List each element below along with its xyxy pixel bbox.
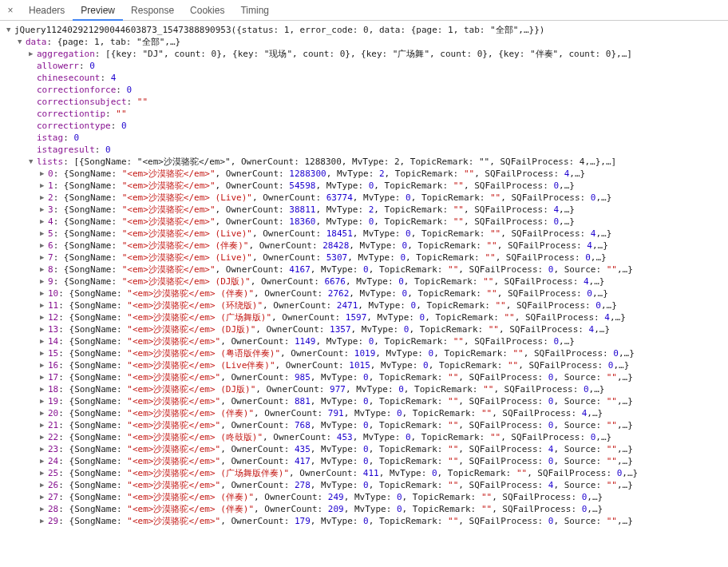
expand-icon[interactable]	[6, 24, 14, 36]
list-index: 7	[48, 252, 53, 263]
list-item[interactable]: 10: {SongName: "<em>沙漠骆驼</em> (伴奏)", Own…	[6, 287, 728, 299]
list-item[interactable]: 17: {SongName: "<em>沙漠骆驼</em>", OwnerCou…	[6, 371, 728, 383]
key-data: data	[26, 37, 47, 47]
expand-icon[interactable]	[40, 383, 48, 395]
expand-icon[interactable]	[40, 467, 48, 479]
expand-icon[interactable]	[40, 287, 48, 299]
expand-icon[interactable]	[40, 359, 48, 371]
expand-icon[interactable]	[40, 240, 48, 252]
expand-icon[interactable]	[40, 192, 48, 204]
expand-icon[interactable]	[40, 395, 48, 407]
list-index: 12	[48, 312, 58, 323]
tab-cookies[interactable]: Cookies	[182, 0, 232, 21]
list-item[interactable]: 18: {SongName: "<em>沙漠骆驼</em> (DJ版)", Ow…	[6, 383, 728, 395]
expand-icon[interactable]	[40, 479, 48, 491]
list-item[interactable]: 13: {SongName: "<em>沙漠骆驼</em> (DJ版)", Ow…	[6, 323, 728, 335]
list-item[interactable]: 1: {SongName: "<em>沙漠骆驼</em>", OwnerCoun…	[6, 180, 728, 192]
key-istag: istag	[37, 133, 63, 143]
expand-icon[interactable]	[40, 276, 48, 287]
expand-icon[interactable]	[40, 228, 48, 240]
devtools-tabs: × Headers Preview Response Cookies Timin…	[0, 0, 728, 21]
list-item[interactable]: 4: {SongName: "<em>沙漠骆驼</em>", OwnerCoun…	[6, 216, 728, 228]
list-item[interactable]: 24: {SongName: "<em>沙漠骆驼</em>", OwnerCou…	[6, 455, 728, 467]
expand-icon[interactable]	[40, 443, 48, 455]
tree-leaf-correctionforce[interactable]: correctionforce: 0	[6, 84, 728, 96]
list-index: 26	[48, 480, 58, 490]
tree-leaf-correctiontype[interactable]: correctiontype: 0	[6, 120, 728, 132]
list-index: 29	[48, 516, 58, 526]
tree-leaf-istagresult[interactable]: istagresult: 0	[6, 144, 728, 156]
list-item[interactable]: 0: {SongName: "<em>沙漠骆驼</em>", OwnerCoun…	[6, 168, 728, 180]
list-item[interactable]: 15: {SongName: "<em>沙漠骆驼</em> (粤语版伴奏)", …	[6, 347, 728, 359]
list-item[interactable]: 8: {SongName: "<em>沙漠骆驼</em>", OwnerCoun…	[6, 264, 728, 276]
list-item[interactable]: 19: {SongName: "<em>沙漠骆驼</em>", OwnerCou…	[6, 395, 728, 407]
expand-icon[interactable]	[40, 216, 48, 228]
list-item[interactable]: 16: {SongName: "<em>沙漠骆驼</em> (Live伴奏)",…	[6, 359, 728, 371]
lists-summary: [{SongName: "<em>沙漠骆驼</em>", OwnerCount:…	[73, 157, 616, 167]
list-index: 27	[48, 492, 58, 502]
tree-leaf-chinesecount[interactable]: chinesecount: 4	[6, 72, 728, 84]
list-index: 8	[48, 264, 53, 275]
tab-response[interactable]: Response	[123, 0, 182, 21]
list-item[interactable]: 26: {SongName: "<em>沙漠骆驼</em>", OwnerCou…	[6, 479, 728, 491]
tree-leaf-correctionsubject[interactable]: correctionsubject: ""	[6, 96, 728, 108]
list-item[interactable]: 2: {SongName: "<em>沙漠骆驼</em> (Live)", Ow…	[6, 192, 728, 204]
list-item[interactable]: 22: {SongName: "<em>沙漠骆驼</em> (咚鼓版)", Ow…	[6, 431, 728, 443]
expand-icon[interactable]	[40, 371, 48, 383]
expand-icon[interactable]	[29, 48, 37, 60]
expand-icon[interactable]	[40, 515, 48, 527]
tab-headers[interactable]: Headers	[21, 0, 73, 21]
tree-leaf-istag[interactable]: istag: 0	[6, 132, 728, 144]
expand-icon[interactable]	[29, 156, 37, 168]
value-correctionforce: 0	[127, 85, 133, 95]
list-item[interactable]: 6: {SongName: "<em>沙漠骆驼</em> (伴奏)", Owne…	[6, 240, 728, 252]
expand-icon[interactable]	[40, 180, 48, 192]
expand-icon[interactable]	[40, 323, 48, 335]
list-item[interactable]: 7: {SongName: "<em>沙漠骆驼</em> (Live)", Ow…	[6, 252, 728, 264]
list-item[interactable]: 28: {SongName: "<em>沙漠骆驼</em> (伴奏)", Own…	[6, 503, 728, 515]
expand-icon[interactable]	[40, 419, 48, 431]
list-item[interactable]: 9: {SongName: "<em>沙漠骆驼</em> (DJ版)", Own…	[6, 276, 728, 287]
tree-root[interactable]: jQuery112402921290044603873_154738889095…	[6, 24, 728, 36]
value-istagresult: 0	[105, 145, 111, 155]
list-item[interactable]: 5: {SongName: "<em>沙漠骆驼</em> (Live)", Ow…	[6, 228, 728, 240]
expand-icon[interactable]	[40, 431, 48, 443]
list-item[interactable]: 21: {SongName: "<em>沙漠骆驼</em>", OwnerCou…	[6, 419, 728, 431]
tab-preview[interactable]: Preview	[73, 0, 123, 21]
expand-icon[interactable]	[40, 252, 48, 264]
list-item[interactable]: 20: {SongName: "<em>沙漠骆驼</em> (伴奏)", Own…	[6, 407, 728, 419]
key-correctiontip: correctiontip	[37, 109, 105, 119]
list-item[interactable]: 12: {SongName: "<em>沙漠骆驼</em> (广场舞版)", O…	[6, 311, 728, 323]
tree-node-lists[interactable]: lists: [{SongName: "<em>沙漠骆驼</em>", Owne…	[6, 156, 728, 168]
list-index: 24	[48, 456, 58, 466]
list-item[interactable]: 25: {SongName: "<em>沙漠骆驼</em> (广场舞版伴奏)",…	[6, 467, 728, 479]
close-panel-button[interactable]: ×	[0, 5, 21, 16]
list-item[interactable]: 14: {SongName: "<em>沙漠骆驼</em>", OwnerCou…	[6, 335, 728, 347]
tree-leaf-allowerr[interactable]: allowerr: 0	[6, 60, 728, 72]
list-item[interactable]: 27: {SongName: "<em>沙漠骆驼</em> (伴奏)", Own…	[6, 491, 728, 503]
expand-icon[interactable]	[40, 299, 48, 311]
list-item[interactable]: 3: {SongName: "<em>沙漠骆驼</em>", OwnerCoun…	[6, 204, 728, 216]
expand-icon[interactable]	[40, 264, 48, 276]
value-allowerr: 0	[89, 61, 95, 71]
list-item[interactable]: 23: {SongName: "<em>沙漠骆驼</em>", OwnerCou…	[6, 443, 728, 455]
tree-leaf-correctiontip[interactable]: correctiontip: ""	[6, 108, 728, 120]
expand-icon[interactable]	[40, 347, 48, 359]
list-index: 23	[48, 444, 58, 454]
expand-icon[interactable]	[18, 36, 26, 48]
expand-icon[interactable]	[40, 204, 48, 216]
expand-icon[interactable]	[40, 311, 48, 323]
tree-node-aggregation[interactable]: aggregation: [{key: "DJ", count: 0}, {ke…	[6, 48, 728, 60]
expand-icon[interactable]	[40, 335, 48, 347]
key-allowerr: allowerr	[37, 61, 79, 71]
expand-icon[interactable]	[40, 168, 48, 180]
expand-icon[interactable]	[40, 491, 48, 503]
expand-icon[interactable]	[40, 455, 48, 467]
expand-icon[interactable]	[40, 407, 48, 419]
tree-node-data[interactable]: data: {page: 1, tab: "全部",…}	[6, 36, 728, 48]
list-item[interactable]: 11: {SongName: "<em>沙漠骆驼</em> (环绕版)", Ow…	[6, 299, 728, 311]
data-summary: {page: 1, tab: "全部",…}	[57, 37, 180, 47]
tab-timing[interactable]: Timing	[232, 0, 277, 21]
expand-icon[interactable]	[40, 503, 48, 515]
list-item[interactable]: 29: {SongName: "<em>沙漠骆驼</em>", OwnerCou…	[6, 515, 728, 527]
